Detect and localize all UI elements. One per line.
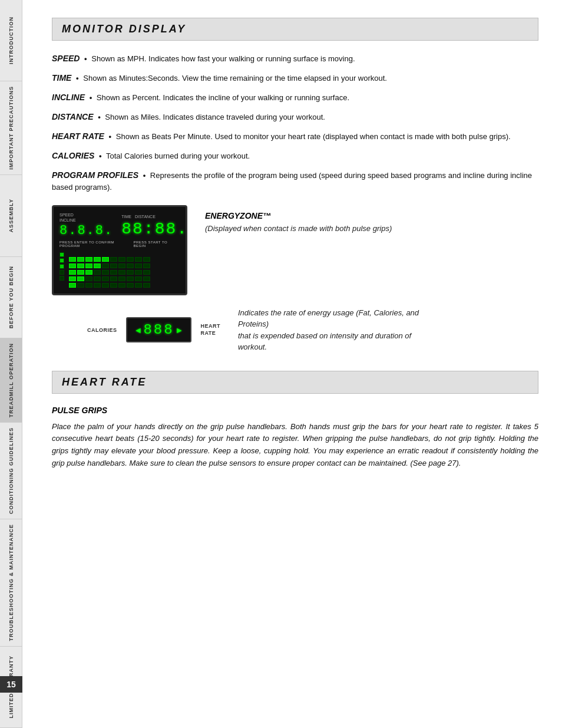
- sidebar: INTRODUCTION IMPORTANT PRECAUTIONS ASSEM…: [0, 0, 22, 728]
- heart-rate-section: HEART RATE PULSE GRIPS Place the palm of…: [52, 371, 538, 470]
- sidebar-item-important-precautions[interactable]: IMPORTANT PRECAUTIONS: [0, 81, 22, 175]
- time-label: TIME: [52, 73, 71, 83]
- em-description: Indicates the rate of energy usage (Fat,…: [238, 307, 438, 353]
- sidebar-item-troubleshooting[interactable]: TROUBLESHOOTING & MAINTENANCE: [0, 519, 22, 647]
- energyzone-title: ENERGYZONE™: [205, 211, 392, 220]
- sidebar-item-introduction[interactable]: INTRODUCTION: [0, 0, 22, 81]
- heartrate-para: HEART RATE • Shown as Beats Per Minute. …: [52, 130, 538, 143]
- pulse-grips-title: PULSE GRIPS: [52, 406, 538, 415]
- distance-text: Shown as Miles. Indicates distance trave…: [105, 113, 325, 121]
- lcd-left-indicator: [59, 252, 64, 288]
- time-para: TIME • Shown as Minutes:Seconds. View th…: [52, 72, 538, 84]
- heartrate-text: Shown as Beats Per Minute. Used to monit…: [116, 132, 511, 141]
- lcd-text-row: PRESS ENTER TO CONFIRM PROGRAM PRESS STA…: [59, 241, 180, 248]
- distance-para: DISTANCE • Shown as Miles. Indicates dis…: [52, 111, 538, 123]
- lcd-display: SPEED INCLINE 8.8.8. TIME DISTANCE 88:88…: [52, 205, 187, 295]
- incline-label: INCLINE: [52, 93, 85, 102]
- em-calories-label: CALORIES: [87, 327, 117, 333]
- lcd-right-digits: 88:88.: [121, 220, 188, 238]
- sidebar-item-before-you-begin[interactable]: BEFORE YOU BEGIN: [0, 257, 22, 338]
- program-profiles-label: PROGRAM PROFILES: [52, 170, 138, 180]
- calories-label: CALORIES: [52, 151, 94, 160]
- monitor-display-header: MONITOR DISPLAY: [52, 18, 538, 41]
- calories-para: CALORIES • Total Calories burned during …: [52, 150, 538, 162]
- em-arrow: ◄: [134, 325, 143, 335]
- speed-text: Shown as MPH. Indicates how fast your wa…: [91, 54, 355, 63]
- sidebar-item-treadmill-operation[interactable]: TREADMILL OPERATION: [0, 338, 22, 423]
- em-arrow-right: ►: [176, 325, 184, 335]
- speed-label: SPEED: [52, 54, 80, 63]
- program-profiles-para: PROGRAM PROFILES • Represents the profil…: [52, 169, 538, 193]
- diagram-area: SPEED INCLINE 8.8.8. TIME DISTANCE 88:88…: [52, 205, 538, 295]
- lcd-bottom-right-text: PRESS START TO BEGIN: [133, 241, 180, 248]
- heartrate-label: HEART RATE: [52, 131, 104, 141]
- lcd-bar-chart: [69, 257, 150, 288]
- calories-text: Total Calories burned during your workou…: [106, 151, 250, 160]
- heart-rate-title: HEART RATE: [62, 376, 528, 388]
- incline-text: Shown as Percent. Indicates the incline …: [97, 93, 349, 102]
- lcd-time-label: TIME: [121, 215, 131, 219]
- lcd-distance-label: DISTANCE: [135, 215, 156, 219]
- em-display: ◄ 888 ►: [126, 317, 192, 342]
- lcd-bottom-left-text: PRESS ENTER TO CONFIRM PROGRAM: [59, 241, 133, 248]
- lcd-left-digits: 8.8.8.: [59, 223, 113, 238]
- em-heart-rate-label: HEART RATE: [200, 323, 220, 337]
- sidebar-item-assembly[interactable]: ASSEMBLY: [0, 175, 22, 256]
- distance-label: DISTANCE: [52, 112, 94, 121]
- energy-meter-area: CALORIES ◄ 888 ► HEART RATE Indicates th…: [87, 307, 538, 353]
- incline-para: INCLINE • Shown as Percent. Indicates th…: [52, 91, 538, 104]
- page-number: 15: [0, 676, 22, 693]
- pulse-grips-body: Place the palm of your hands directly on…: [52, 421, 538, 470]
- em-digits: 888: [143, 322, 174, 338]
- lcd-incline-label: INCLINE: [59, 218, 76, 222]
- speed-para: SPEED • Shown as MPH. Indicates how fast…: [52, 52, 538, 65]
- monitor-display-title: MONITOR DISPLAY: [62, 23, 528, 35]
- sidebar-item-conditioning-guidelines[interactable]: CONDITIONING GUIDELINES: [0, 423, 22, 519]
- main-content: MONITOR DISPLAY SPEED • Shown as MPH. In…: [22, 0, 562, 728]
- energyzone-description: ENERGYZONE™ (Displayed when contact is m…: [205, 205, 392, 233]
- heart-rate-header: HEART RATE: [52, 371, 538, 394]
- energyzone-body: (Displayed when contact is made with bot…: [205, 224, 392, 233]
- time-text: Shown as Minutes:Seconds. View the time …: [83, 74, 387, 83]
- lcd-speed-label: SPEED: [59, 213, 74, 217]
